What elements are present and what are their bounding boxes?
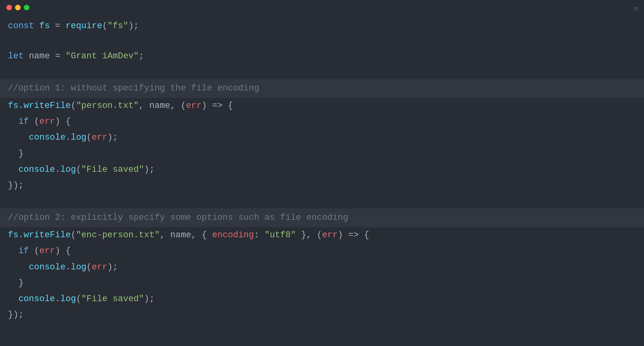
- code-gap: [0, 194, 644, 208]
- comment-block-2: //option 2: explicitly specify some opti…: [0, 208, 644, 227]
- code-block2-line3: console.log(err);: [0, 260, 644, 275]
- code-block1-line1: fs.writeFile("person.txt", name, (err) =…: [0, 98, 644, 114]
- code-block1-line5: console.log("File saved");: [0, 162, 644, 178]
- maximize-button[interactable]: [24, 5, 29, 10]
- code-block2-line2: if (err) {: [0, 243, 644, 259]
- minimize-button[interactable]: [15, 5, 21, 10]
- code-line-1: const fs = require("fs");: [0, 18, 644, 34]
- code-block2-line5: console.log("File saved");: [0, 291, 644, 307]
- code-block1-line3: console.log(err);: [0, 130, 644, 146]
- code-block1-line4: }: [0, 146, 644, 162]
- code-line-3: let name = "Grant iAmDev";: [0, 48, 644, 64]
- code-block2-line1: fs.writeFile("enc-person.txt", name, { e…: [0, 227, 644, 243]
- code-block1-line6: });: [0, 178, 644, 194]
- code-line-4: [0, 65, 644, 79]
- title-bar: ⊡: [0, 0, 644, 15]
- code-block1-line2: if (err) {: [0, 114, 644, 130]
- code-line-2: [0, 34, 644, 48]
- code-block2-line6: });: [0, 307, 644, 323]
- window-icon: ⊡: [634, 5, 638, 13]
- code-editor: const fs = require("fs"); let name = "Gr…: [0, 15, 644, 327]
- comment-block-1: //option 1: without specifying the file …: [0, 79, 644, 98]
- close-button[interactable]: [6, 5, 12, 10]
- window: ⊡ const fs = require("fs"); let name = "…: [0, 0, 644, 327]
- code-block2-line4: }: [0, 275, 644, 291]
